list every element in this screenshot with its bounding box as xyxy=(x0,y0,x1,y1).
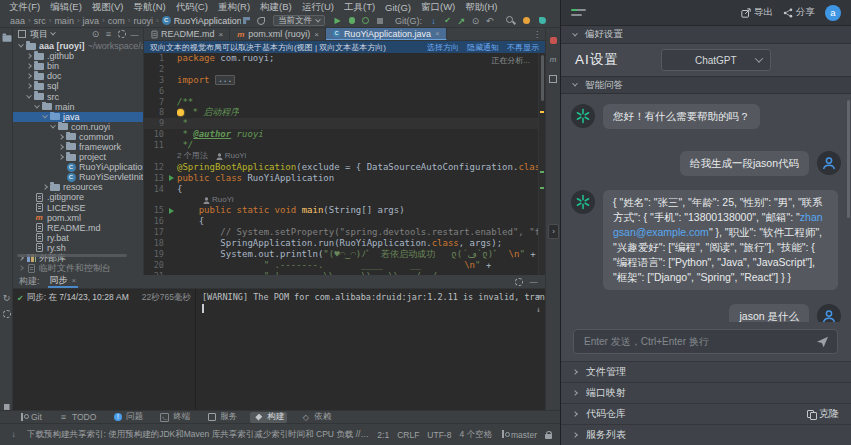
tree-item[interactable]: LICENSE xyxy=(13,203,143,213)
close-icon[interactable]: × xyxy=(314,30,319,39)
menu-item[interactable]: 代码(C) xyxy=(171,1,213,14)
code-area[interactable]: 1package com.ruoyi;23import ...67/**8 * … xyxy=(144,53,538,275)
usages-inlay[interactable]: 2 个用法 xyxy=(177,151,208,162)
maven-icon[interactable] xyxy=(546,53,560,66)
tree-item[interactable]: sql xyxy=(13,81,143,91)
breadcrumb-leaf[interactable]: RuoYiApplication xyxy=(160,16,241,26)
toolwindow-button-终端[interactable]: 终端 xyxy=(156,412,193,423)
hide-icon[interactable] xyxy=(129,29,140,40)
project-panel-title[interactable]: 项目 xyxy=(30,28,48,41)
banner-link[interactable]: 选择方向 xyxy=(427,42,459,53)
author-inlay[interactable]: RuoYi xyxy=(216,151,247,162)
menu-item[interactable]: 编辑(E) xyxy=(45,1,87,14)
tree-chevron-icon[interactable] xyxy=(48,125,57,129)
menu-item[interactable]: 重构(R) xyxy=(213,1,255,14)
ok-stripe-mark[interactable] xyxy=(540,187,544,189)
history-icon[interactable] xyxy=(470,15,481,26)
tab-sync[interactable]: 同步 × xyxy=(48,275,79,288)
section-代码仓库[interactable]: 代码仓库克隆 xyxy=(561,403,851,424)
update-icon[interactable] xyxy=(428,15,439,26)
profiler-icon[interactable] xyxy=(521,15,532,26)
sync-icon[interactable]: ↻ xyxy=(1,292,12,304)
section-端口映射[interactable]: 端口映射 xyxy=(561,382,851,403)
lock-icon[interactable] xyxy=(545,431,552,439)
tree-item[interactable]: doc xyxy=(13,71,143,81)
close-icon[interactable]: × xyxy=(72,276,77,285)
share-button[interactable]: 分享 xyxy=(783,6,815,19)
layout-icon[interactable] xyxy=(546,72,560,85)
download-icon[interactable] xyxy=(8,429,19,440)
menu-item[interactable]: 窗口(W) xyxy=(416,1,460,14)
menu-item[interactable]: Git(G) xyxy=(380,2,416,13)
tree-item[interactable]: framework xyxy=(13,142,143,152)
menu-item[interactable]: 视图(V) xyxy=(87,1,129,14)
tab-list-icon[interactable]: ⋮ xyxy=(533,28,545,40)
menu-item[interactable]: 运行(U) xyxy=(297,1,339,14)
toolwindow-button-todo[interactable]: TODO xyxy=(55,412,99,423)
build-console[interactable]: [WARNING] The POM for com.alibaba:druid:… xyxy=(196,289,545,410)
breadcrumb-item[interactable]: com xyxy=(106,16,127,26)
section-preferences[interactable]: 偏好设置 xyxy=(561,26,851,44)
close-icon[interactable]: × xyxy=(435,29,440,38)
commit-icon[interactable] xyxy=(442,15,453,26)
tree-chevron-icon[interactable] xyxy=(56,155,65,159)
breadcrumb-item[interactable]: ruoyi xyxy=(131,16,155,26)
tree-chevron-icon[interactable] xyxy=(16,266,25,270)
tree-item[interactable]: RuoYiApplication xyxy=(13,162,143,172)
close-icon[interactable]: × xyxy=(219,30,224,39)
tree-item[interactable]: main xyxy=(13,102,143,112)
banner-link[interactable]: 不再显示 xyxy=(507,42,539,53)
chat-bubble[interactable]: 您好！有什么需要帮助的吗？ xyxy=(603,104,760,129)
run-gutter-icon[interactable] xyxy=(169,208,174,214)
scroll-end-icon[interactable] xyxy=(533,304,544,315)
menu-item[interactable]: 文件(F) xyxy=(4,1,45,14)
run-icon[interactable] xyxy=(332,15,343,26)
hamburger-menu-icon[interactable] xyxy=(571,9,586,17)
clone-button[interactable]: 克隆 xyxy=(807,407,839,421)
settings-icon[interactable] xyxy=(513,276,524,287)
tree-chevron-icon[interactable] xyxy=(24,95,33,99)
inlay-hint[interactable]: 2 个用法RuoYi xyxy=(177,151,246,162)
wrench-icon[interactable] xyxy=(255,15,266,26)
push-icon[interactable] xyxy=(456,15,467,26)
tree-item[interactable]: README.md xyxy=(13,223,143,233)
tree-chevron-icon[interactable] xyxy=(32,105,41,109)
editor-tab[interactable]: mpom.xml (ruoyi)× xyxy=(230,28,326,40)
debug-icon[interactable] xyxy=(346,15,357,26)
tree-item[interactable]: java xyxy=(13,112,143,122)
export-button[interactable]: 导出 xyxy=(741,6,773,19)
breadcrumb-item[interactable]: aaa xyxy=(8,16,27,26)
editor-tab[interactable]: README.md× xyxy=(145,28,230,40)
breadcrumb-item[interactable]: src xyxy=(32,16,48,26)
tree-chevron-icon[interactable] xyxy=(56,145,65,149)
send-icon[interactable] xyxy=(816,336,829,348)
sync-status-row[interactable]: ✔ 同步: 在 7/14/23, 10:28 AM 22秒765毫秒 xyxy=(17,292,191,304)
tree-item[interactable]: com.ruoyi xyxy=(13,122,143,132)
hammer-icon[interactable] xyxy=(241,15,252,26)
tree-chevron-icon[interactable] xyxy=(16,44,25,48)
chat-bubble[interactable]: 给我生成一段jason代码 xyxy=(680,151,809,176)
collapse-all-icon[interactable] xyxy=(103,29,114,40)
tree-item[interactable]: src xyxy=(13,91,143,101)
project-icon[interactable] xyxy=(1,32,12,44)
rollback-icon[interactable] xyxy=(484,15,495,26)
run-configuration-select[interactable]: 当前文件 xyxy=(273,15,325,26)
editor-tab[interactable]: RuoYiApplication.java× xyxy=(326,28,447,40)
tree-item[interactable]: project xyxy=(13,152,143,162)
menu-item[interactable]: 导航(N) xyxy=(128,1,170,14)
editor-scrollbar[interactable] xyxy=(538,53,545,275)
toolwindow-button-构建[interactable]: 构建 xyxy=(250,412,287,423)
file-encoding[interactable]: UTF-8 xyxy=(427,430,451,440)
chat-scrollbar[interactable] xyxy=(847,100,850,218)
hide-icon[interactable] xyxy=(528,276,539,287)
tree-item[interactable]: aaa [ruoyi]~/workspace/aaa xyxy=(13,41,143,51)
tree-item[interactable]: bin xyxy=(13,61,143,71)
toolwindow-button-依赖[interactable]: 依赖 xyxy=(297,412,334,423)
assistant-icon[interactable] xyxy=(537,15,548,26)
chat-bubble[interactable]: jason 是什么 xyxy=(729,304,809,322)
menu-item[interactable]: 帮助(H) xyxy=(460,1,502,14)
tree-chevron-icon[interactable] xyxy=(40,185,49,189)
tree-chevron-icon[interactable] xyxy=(24,74,33,78)
user-avatar[interactable]: a xyxy=(825,5,841,21)
section-qa[interactable]: 智能问答 xyxy=(561,76,851,94)
